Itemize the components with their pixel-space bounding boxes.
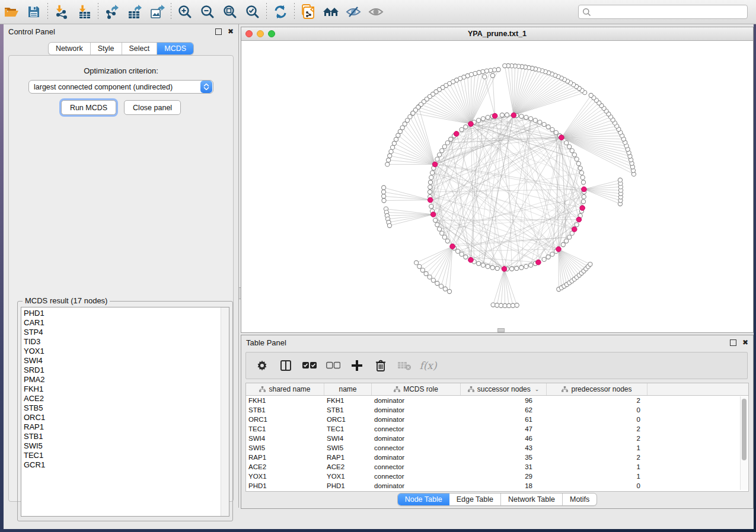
network-canvas[interactable] (241, 41, 752, 332)
network-node[interactable] (387, 158, 391, 162)
mcds-result-item[interactable]: ACE2 (24, 394, 221, 403)
network-node[interactable] (567, 145, 572, 149)
network-node[interactable] (428, 180, 432, 184)
network-node[interactable] (564, 141, 569, 145)
delete-column-button[interactable] (373, 358, 388, 373)
network-node[interactable] (424, 271, 428, 275)
mcds-hub-node[interactable] (502, 267, 507, 272)
network-node[interactable] (554, 130, 558, 134)
network-node[interactable] (430, 171, 434, 175)
search-box[interactable] (578, 5, 748, 19)
table-row[interactable]: TEC1TEC1connector472 (246, 424, 748, 434)
export-network-button[interactable] (101, 2, 123, 21)
network-node[interactable] (519, 265, 524, 270)
network-node[interactable] (515, 266, 519, 270)
mcds-list-scrollbar[interactable] (221, 307, 229, 516)
mcds-result-item[interactable]: TEC1 (24, 451, 221, 460)
network-node[interactable] (579, 171, 583, 175)
zoom-selected-button[interactable] (241, 2, 264, 21)
network-node[interactable] (550, 252, 554, 257)
table-scrollbar[interactable] (740, 396, 748, 490)
clear-table-button[interactable] (397, 358, 412, 373)
network-node[interactable] (542, 122, 546, 126)
table-row[interactable]: SWI5SWI5connector431 (246, 443, 748, 453)
open-file-button[interactable] (0, 2, 23, 21)
network-node[interactable] (564, 239, 569, 243)
network-node[interactable] (491, 303, 495, 307)
network-node[interactable] (507, 303, 511, 307)
network-node[interactable] (581, 180, 585, 184)
network-node[interactable] (519, 114, 524, 118)
criterion-dropdown[interactable]: largest connected component (undirected) (28, 80, 213, 94)
network-node[interactable] (433, 218, 438, 222)
network-node[interactable] (382, 194, 386, 198)
import-table-button[interactable] (73, 2, 95, 21)
mcds-hub-node[interactable] (430, 212, 436, 217)
mcds-result-item[interactable]: STP4 (24, 328, 221, 337)
tab-network[interactable]: Network (49, 43, 91, 55)
network-node[interactable] (445, 239, 449, 243)
network-splitter-grip[interactable] (497, 328, 505, 332)
network-node[interactable] (546, 125, 550, 129)
mcds-result-item[interactable]: GCR1 (24, 460, 221, 470)
mcds-hub-node[interactable] (536, 259, 541, 265)
network-node[interactable] (460, 127, 464, 132)
mcds-result-item[interactable]: FKH1 (24, 384, 221, 394)
network-window-titlebar[interactable]: YPA_prune.txt_1 (241, 27, 753, 41)
mcds-hub-node[interactable] (580, 206, 585, 211)
table-row[interactable]: ACE2ACE2connector311 (246, 462, 748, 472)
network-graph[interactable] (241, 41, 752, 332)
network-node[interactable] (524, 115, 528, 119)
network-node[interactable] (575, 223, 579, 227)
deselect-all-rows-button[interactable] (326, 358, 341, 373)
network-node[interactable] (394, 137, 398, 142)
network-node[interactable] (428, 185, 432, 189)
network-node[interactable] (529, 263, 533, 267)
network-node[interactable] (486, 264, 490, 268)
network-node[interactable] (483, 75, 487, 79)
network-node[interactable] (542, 257, 546, 261)
close-panel-icon[interactable]: ✖ (742, 339, 748, 346)
float-panel-icon[interactable] (215, 28, 222, 35)
network-node[interactable] (442, 145, 446, 149)
network-node[interactable] (456, 249, 460, 254)
network-node[interactable] (429, 204, 433, 209)
network-node[interactable] (447, 289, 451, 293)
network-node[interactable] (546, 255, 550, 259)
network-node[interactable] (420, 268, 425, 272)
network-node[interactable] (581, 200, 585, 204)
network-node[interactable] (490, 265, 495, 270)
network-node[interactable] (411, 111, 415, 115)
network-node[interactable] (580, 175, 585, 180)
save-session-button[interactable] (23, 2, 45, 21)
table-row[interactable]: FKH1FKH1dominator962 (246, 396, 748, 405)
mcds-hub-node[interactable] (432, 162, 438, 167)
network-node[interactable] (385, 162, 390, 166)
network-node[interactable] (440, 231, 444, 235)
network-node[interactable] (589, 93, 593, 97)
network-node[interactable] (435, 223, 439, 227)
mcds-result-item[interactable]: SWI4 (24, 356, 221, 366)
network-node[interactable] (484, 69, 489, 73)
node-table[interactable]: shared namenameMCDS rolesuccessor nodes⌄… (245, 383, 749, 492)
network-node[interactable] (515, 303, 519, 307)
tab-select[interactable]: Select (122, 43, 158, 55)
network-node[interactable] (486, 115, 490, 119)
network-node[interactable] (440, 149, 444, 153)
float-panel-icon[interactable] (730, 339, 736, 346)
network-node[interactable] (392, 141, 396, 145)
column-header-name[interactable]: name (324, 383, 372, 395)
mcds-result-item[interactable]: PMA2 (24, 375, 221, 384)
network-node[interactable] (588, 262, 592, 266)
table-row[interactable]: STB1STB1dominator620 (246, 405, 748, 415)
zoom-fit-button[interactable] (219, 2, 241, 21)
mcds-hub-node[interactable] (559, 135, 564, 140)
network-node[interactable] (428, 190, 432, 194)
clone-network-button[interactable] (297, 2, 320, 21)
network-node[interactable] (550, 127, 554, 132)
export-table-button[interactable] (123, 2, 146, 21)
mcds-hub-node[interactable] (556, 246, 562, 252)
network-node[interactable] (576, 162, 580, 166)
network-node[interactable] (445, 141, 449, 145)
network-node[interactable] (575, 157, 579, 161)
